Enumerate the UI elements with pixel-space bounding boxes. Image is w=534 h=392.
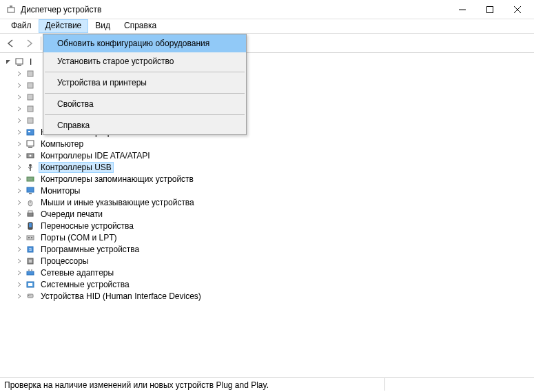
usb-icon <box>25 162 36 173</box>
svg-rect-46 <box>28 295 29 296</box>
tree-item[interactable]: Порты (COM и LPT) <box>0 231 534 243</box>
svg-rect-14 <box>28 131 30 132</box>
tree-item[interactable]: Процессоры <box>0 255 534 267</box>
tree-item-label: Контроллеры запоминающих устройств <box>39 174 196 184</box>
tree-item-label: Мыши и иные указывающие устройства <box>39 198 196 207</box>
svg-rect-29 <box>28 213 33 216</box>
app-icon <box>6 4 17 15</box>
tree-root-label: I <box>28 57 34 67</box>
tree-item[interactable]: Контроллеры запоминающих устройств <box>0 173 534 185</box>
chevron-right-icon[interactable] <box>15 257 23 265</box>
toolbar-separator <box>41 37 41 50</box>
computer-icon <box>25 138 36 149</box>
window-title: Диспетчер устройств <box>21 5 449 14</box>
cpu-icon <box>25 256 36 267</box>
svg-point-42 <box>31 269 32 271</box>
dropdown-add-legacy[interactable]: Установить старое устройство <box>43 52 246 70</box>
svg-rect-8 <box>28 71 33 76</box>
chevron-right-icon[interactable] <box>15 116 23 125</box>
tree-item[interactable]: Сетевые адаптеры <box>0 267 534 278</box>
chevron-right-icon[interactable] <box>15 128 23 136</box>
tree-item[interactable]: Устройства HID (Human Interface Devices) <box>0 290 534 302</box>
tree-item[interactable]: Мониторы <box>0 185 534 196</box>
back-button[interactable] <box>3 35 19 52</box>
minimize-button[interactable] <box>449 0 476 19</box>
chevron-right-icon[interactable] <box>15 105 23 113</box>
svg-rect-15 <box>27 141 34 146</box>
tree-item-label: Системные устройства <box>39 280 132 289</box>
dropdown-devices-printers[interactable]: Устройства и принтеры <box>43 74 246 92</box>
software-icon <box>25 127 36 138</box>
chevron-right-icon[interactable] <box>15 187 23 195</box>
dropdown-separator <box>45 72 245 72</box>
monitor-icon <box>25 185 36 196</box>
chevron-right-icon[interactable] <box>15 140 23 148</box>
chevron-right-icon[interactable] <box>15 81 23 90</box>
tree-item-label: Сетевые адаптеры <box>39 268 116 278</box>
tree-item[interactable]: Компьютер <box>0 138 534 149</box>
menu-action[interactable]: Действие <box>39 19 89 33</box>
device-icon <box>25 115 36 126</box>
tree-item-label: Программные устройства <box>39 245 141 254</box>
expand-icon[interactable] <box>4 58 12 66</box>
tree-item-label: Процессоры <box>39 256 91 266</box>
device-icon <box>25 103 36 114</box>
chevron-right-icon[interactable] <box>15 175 23 183</box>
tree-item[interactable]: Контроллеры USB <box>0 161 534 173</box>
svg-rect-39 <box>29 260 32 262</box>
status-text: Проверка на наличие изменений или новых … <box>4 380 269 390</box>
chevron-right-icon[interactable] <box>15 93 23 101</box>
svg-rect-44 <box>28 283 32 286</box>
device-icon <box>25 92 36 103</box>
tree-item[interactable]: Контроллеры IDE ATA/ATAPI <box>0 149 534 161</box>
system-icon <box>25 279 36 290</box>
chevron-right-icon[interactable] <box>15 210 23 218</box>
tree-item[interactable]: Переносные устройства <box>0 220 534 231</box>
menu-file[interactable]: Файл <box>4 19 39 33</box>
svg-rect-16 <box>28 147 32 148</box>
chevron-right-icon[interactable] <box>15 280 23 289</box>
svg-rect-9 <box>28 83 33 88</box>
mouse-icon <box>25 197 36 208</box>
chevron-right-icon[interactable] <box>15 70 23 78</box>
svg-rect-12 <box>28 118 33 123</box>
hid-icon <box>25 291 36 302</box>
tree-item[interactable]: SПрограммные устройства <box>0 243 534 255</box>
portable-icon <box>25 220 36 231</box>
tree-item-label: Очереди печати <box>39 209 105 219</box>
close-button[interactable] <box>504 0 531 19</box>
svg-rect-3 <box>487 6 493 12</box>
forward-button[interactable] <box>21 35 37 52</box>
tree-item-label: Переносные устройства <box>39 221 136 231</box>
ide-icon <box>25 150 36 161</box>
title-bar: Диспетчер устройств <box>0 0 534 19</box>
svg-rect-0 <box>8 8 14 12</box>
menu-bar: Файл Действие Вид Справка <box>0 19 534 34</box>
tree-item-label: Устройства HID (Human Interface Devices) <box>39 291 203 301</box>
tree-item[interactable]: Очереди печати <box>0 208 534 220</box>
svg-point-24 <box>32 178 34 180</box>
chevron-right-icon[interactable] <box>15 269 23 277</box>
chevron-right-icon[interactable] <box>15 222 23 230</box>
svg-rect-26 <box>29 193 32 194</box>
chevron-right-icon[interactable] <box>15 245 23 254</box>
chevron-right-icon[interactable] <box>15 163 23 172</box>
chevron-right-icon[interactable] <box>15 198 23 207</box>
dropdown-refresh[interactable]: Обновить конфигурацию оборудования <box>43 34 246 52</box>
svg-rect-33 <box>27 236 34 240</box>
tree-item[interactable]: Системные устройства <box>0 278 534 290</box>
tree-item-label: Компьютер <box>39 139 85 149</box>
chevron-right-icon[interactable] <box>15 234 23 242</box>
dropdown-help[interactable]: Справка <box>43 116 246 134</box>
menu-view[interactable]: Вид <box>88 19 117 33</box>
chevron-right-icon[interactable] <box>15 292 23 300</box>
chevron-right-icon[interactable] <box>15 152 23 160</box>
tree-item[interactable]: Мыши и иные указывающие устройства <box>0 196 534 208</box>
printer-icon <box>25 209 36 220</box>
status-bar: Проверка на наличие изменений или новых … <box>0 377 534 392</box>
dropdown-separator <box>45 114 245 115</box>
maximize-button[interactable] <box>476 0 504 19</box>
svg-point-35 <box>31 237 32 238</box>
menu-help[interactable]: Справка <box>117 19 163 33</box>
dropdown-properties[interactable]: Свойства <box>43 95 246 113</box>
